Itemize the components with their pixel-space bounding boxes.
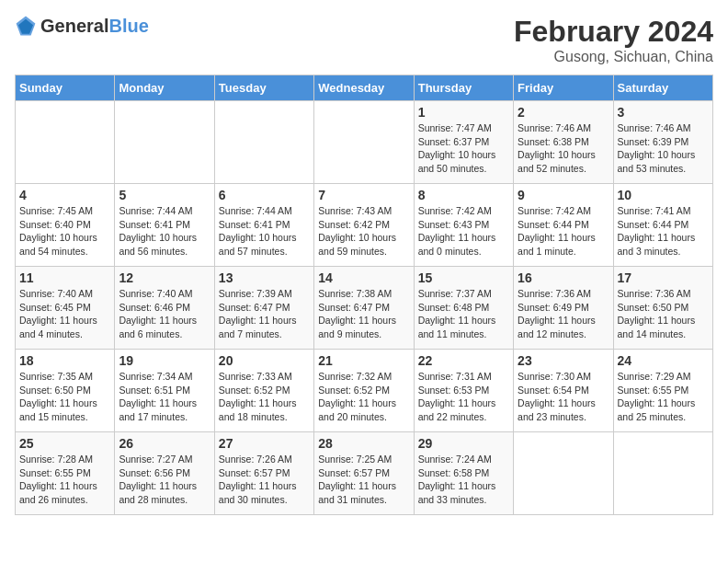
calendar-cell: 17Sunrise: 7:36 AM Sunset: 6:50 PM Dayli… xyxy=(613,267,712,350)
calendar-cell: 18Sunrise: 7:35 AM Sunset: 6:50 PM Dayli… xyxy=(16,350,115,432)
calendar-cell xyxy=(514,432,613,515)
day-number: 19 xyxy=(119,353,210,368)
day-info: Sunrise: 7:38 AM Sunset: 6:47 PM Dayligh… xyxy=(318,287,409,341)
calendar-week-row: 4Sunrise: 7:45 AM Sunset: 6:40 PM Daylig… xyxy=(16,184,713,267)
calendar-cell xyxy=(613,432,712,515)
calendar-cell xyxy=(314,101,414,184)
calendar-cell: 24Sunrise: 7:29 AM Sunset: 6:55 PM Dayli… xyxy=(613,350,712,432)
calendar-cell: 27Sunrise: 7:26 AM Sunset: 6:57 PM Dayli… xyxy=(214,432,313,515)
day-info: Sunrise: 7:32 AM Sunset: 6:52 PM Dayligh… xyxy=(318,370,409,424)
calendar-week-row: 18Sunrise: 7:35 AM Sunset: 6:50 PM Dayli… xyxy=(16,350,713,432)
calendar-cell: 6Sunrise: 7:44 AM Sunset: 6:41 PM Daylig… xyxy=(214,184,313,267)
day-info: Sunrise: 7:25 AM Sunset: 6:57 PM Dayligh… xyxy=(318,453,409,507)
day-info: Sunrise: 7:44 AM Sunset: 6:41 PM Dayligh… xyxy=(119,204,210,259)
day-number: 3 xyxy=(618,105,709,120)
calendar-cell xyxy=(115,101,214,184)
day-number: 26 xyxy=(119,436,210,451)
day-number: 18 xyxy=(19,353,110,368)
column-header-saturday: Saturday xyxy=(613,75,712,101)
day-info: Sunrise: 7:43 AM Sunset: 6:42 PM Dayligh… xyxy=(318,204,409,259)
calendar-cell: 15Sunrise: 7:37 AM Sunset: 6:48 PM Dayli… xyxy=(414,267,513,350)
day-number: 11 xyxy=(19,270,110,285)
calendar-cell: 16Sunrise: 7:36 AM Sunset: 6:49 PM Dayli… xyxy=(514,267,613,350)
calendar-cell: 29Sunrise: 7:24 AM Sunset: 6:58 PM Dayli… xyxy=(414,432,513,515)
day-number: 27 xyxy=(219,436,310,451)
day-info: Sunrise: 7:45 AM Sunset: 6:40 PM Dayligh… xyxy=(19,204,110,259)
day-number: 16 xyxy=(518,270,609,285)
day-info: Sunrise: 7:30 AM Sunset: 6:54 PM Dayligh… xyxy=(518,370,609,424)
calendar-cell: 20Sunrise: 7:33 AM Sunset: 6:52 PM Dayli… xyxy=(214,350,313,432)
calendar-cell: 5Sunrise: 7:44 AM Sunset: 6:41 PM Daylig… xyxy=(115,184,214,267)
day-info: Sunrise: 7:24 AM Sunset: 6:58 PM Dayligh… xyxy=(418,453,509,507)
day-number: 9 xyxy=(518,188,609,202)
day-number: 7 xyxy=(318,188,409,202)
calendar-cell: 14Sunrise: 7:38 AM Sunset: 6:47 PM Dayli… xyxy=(314,267,414,350)
day-number: 21 xyxy=(318,353,409,368)
day-number: 29 xyxy=(418,436,509,451)
calendar-cell: 9Sunrise: 7:42 AM Sunset: 6:44 PM Daylig… xyxy=(514,184,613,267)
logo-general: General xyxy=(40,16,108,36)
day-number: 12 xyxy=(119,270,210,285)
column-header-thursday: Thursday xyxy=(414,75,513,101)
logo: GeneralBlue xyxy=(15,15,149,37)
calendar-week-row: 1Sunrise: 7:47 AM Sunset: 6:37 PM Daylig… xyxy=(16,101,713,184)
calendar-cell: 11Sunrise: 7:40 AM Sunset: 6:45 PM Dayli… xyxy=(16,267,115,350)
calendar-cell: 3Sunrise: 7:46 AM Sunset: 6:39 PM Daylig… xyxy=(613,101,712,184)
calendar-cell: 2Sunrise: 7:46 AM Sunset: 6:38 PM Daylig… xyxy=(514,101,613,184)
calendar-cell: 4Sunrise: 7:45 AM Sunset: 6:40 PM Daylig… xyxy=(16,184,115,267)
column-header-tuesday: Tuesday xyxy=(214,75,313,101)
page-header: GeneralBlue February 2024 Gusong, Sichua… xyxy=(15,15,713,65)
day-number: 24 xyxy=(618,353,709,368)
day-info: Sunrise: 7:42 AM Sunset: 6:44 PM Dayligh… xyxy=(518,204,609,259)
day-info: Sunrise: 7:36 AM Sunset: 6:50 PM Dayligh… xyxy=(618,287,709,341)
day-number: 20 xyxy=(219,353,310,368)
calendar-cell: 28Sunrise: 7:25 AM Sunset: 6:57 PM Dayli… xyxy=(314,432,414,515)
logo-blue: Blue xyxy=(108,16,148,36)
day-number: 8 xyxy=(418,188,509,202)
column-header-friday: Friday xyxy=(514,75,613,101)
calendar-cell: 7Sunrise: 7:43 AM Sunset: 6:42 PM Daylig… xyxy=(314,184,414,267)
day-info: Sunrise: 7:40 AM Sunset: 6:45 PM Dayligh… xyxy=(19,287,110,341)
calendar-cell: 10Sunrise: 7:41 AM Sunset: 6:44 PM Dayli… xyxy=(613,184,712,267)
column-header-wednesday: Wednesday xyxy=(314,75,414,101)
calendar-cell: 25Sunrise: 7:28 AM Sunset: 6:55 PM Dayli… xyxy=(16,432,115,515)
day-number: 13 xyxy=(219,270,310,285)
logo-icon xyxy=(15,15,37,37)
day-info: Sunrise: 7:46 AM Sunset: 6:38 PM Dayligh… xyxy=(518,121,609,176)
day-info: Sunrise: 7:40 AM Sunset: 6:46 PM Dayligh… xyxy=(119,287,210,341)
day-info: Sunrise: 7:27 AM Sunset: 6:56 PM Dayligh… xyxy=(119,453,210,507)
calendar-cell: 21Sunrise: 7:32 AM Sunset: 6:52 PM Dayli… xyxy=(314,350,414,432)
day-number: 17 xyxy=(618,270,709,285)
calendar-week-row: 11Sunrise: 7:40 AM Sunset: 6:45 PM Dayli… xyxy=(16,267,713,350)
month-year-title: February 2024 xyxy=(514,15,713,49)
day-number: 1 xyxy=(418,105,509,120)
day-info: Sunrise: 7:47 AM Sunset: 6:37 PM Dayligh… xyxy=(418,121,509,176)
calendar-cell: 12Sunrise: 7:40 AM Sunset: 6:46 PM Dayli… xyxy=(115,267,214,350)
day-number: 5 xyxy=(119,188,210,202)
day-info: Sunrise: 7:26 AM Sunset: 6:57 PM Dayligh… xyxy=(219,453,310,507)
day-number: 14 xyxy=(318,270,409,285)
day-number: 28 xyxy=(318,436,409,451)
logo-text: GeneralBlue xyxy=(40,16,149,37)
day-info: Sunrise: 7:37 AM Sunset: 6:48 PM Dayligh… xyxy=(418,287,509,341)
calendar-cell: 23Sunrise: 7:30 AM Sunset: 6:54 PM Dayli… xyxy=(514,350,613,432)
day-number: 6 xyxy=(219,188,310,202)
calendar-week-row: 25Sunrise: 7:28 AM Sunset: 6:55 PM Dayli… xyxy=(16,432,713,515)
day-number: 10 xyxy=(618,188,709,202)
day-info: Sunrise: 7:42 AM Sunset: 6:43 PM Dayligh… xyxy=(418,204,509,259)
column-header-sunday: Sunday xyxy=(16,75,115,101)
day-info: Sunrise: 7:35 AM Sunset: 6:50 PM Dayligh… xyxy=(19,370,110,424)
calendar-cell: 22Sunrise: 7:31 AM Sunset: 6:53 PM Dayli… xyxy=(414,350,513,432)
day-info: Sunrise: 7:39 AM Sunset: 6:47 PM Dayligh… xyxy=(219,287,310,341)
day-info: Sunrise: 7:36 AM Sunset: 6:49 PM Dayligh… xyxy=(518,287,609,341)
day-info: Sunrise: 7:33 AM Sunset: 6:52 PM Dayligh… xyxy=(219,370,310,424)
day-number: 4 xyxy=(19,188,110,202)
calendar-cell xyxy=(214,101,313,184)
calendar-header-row: SundayMondayTuesdayWednesdayThursdayFrid… xyxy=(16,75,713,101)
title-block: February 2024 Gusong, Sichuan, China xyxy=(514,15,713,65)
calendar-table: SundayMondayTuesdayWednesdayThursdayFrid… xyxy=(15,75,713,515)
day-number: 25 xyxy=(19,436,110,451)
day-info: Sunrise: 7:28 AM Sunset: 6:55 PM Dayligh… xyxy=(19,453,110,507)
day-info: Sunrise: 7:41 AM Sunset: 6:44 PM Dayligh… xyxy=(618,204,709,259)
calendar-cell: 8Sunrise: 7:42 AM Sunset: 6:43 PM Daylig… xyxy=(414,184,513,267)
